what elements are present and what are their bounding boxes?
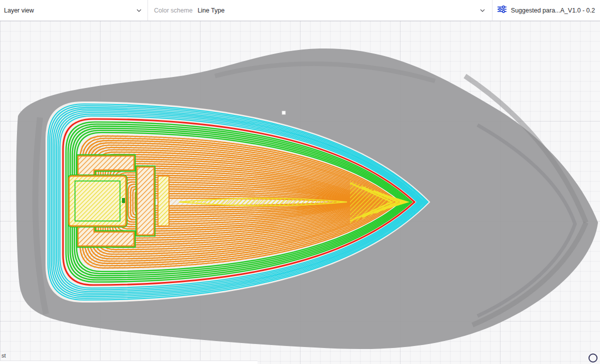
stern-thin-column: [158, 176, 169, 226]
print-settings-button[interactable]: Suggested para...A_V1.0 - 0.2: [492, 0, 600, 20]
layer-start-marker: [282, 111, 286, 114]
skin-box: [69, 176, 126, 226]
sliders-icon: [498, 6, 506, 15]
clock-circle-icon[interactable]: [588, 354, 598, 362]
chevron-down-icon: [136, 9, 142, 12]
layer-view-canvas[interactable]: [0, 21, 600, 364]
stern-column: [137, 167, 154, 235]
3d-viewport[interactable]: st: [0, 21, 600, 364]
skin-box-dot: [122, 198, 125, 203]
color-scheme-label: Color scheme: [154, 7, 192, 14]
color-scheme-value: Line Type: [198, 7, 224, 14]
chevron-down-icon: [480, 9, 485, 12]
clipped-panel-text: st: [2, 352, 6, 358]
view-mode-label: Layer view: [4, 7, 34, 14]
bottom-panel-edge: [0, 360, 258, 364]
view-mode-dropdown[interactable]: Layer view: [0, 0, 148, 20]
preset-label: Suggested para...A_V1.0 - 0.2: [511, 7, 595, 14]
top-toolbar: Layer view Color scheme Line Type: [0, 0, 600, 21]
color-scheme-dropdown[interactable]: Color scheme Line Type: [148, 0, 492, 20]
